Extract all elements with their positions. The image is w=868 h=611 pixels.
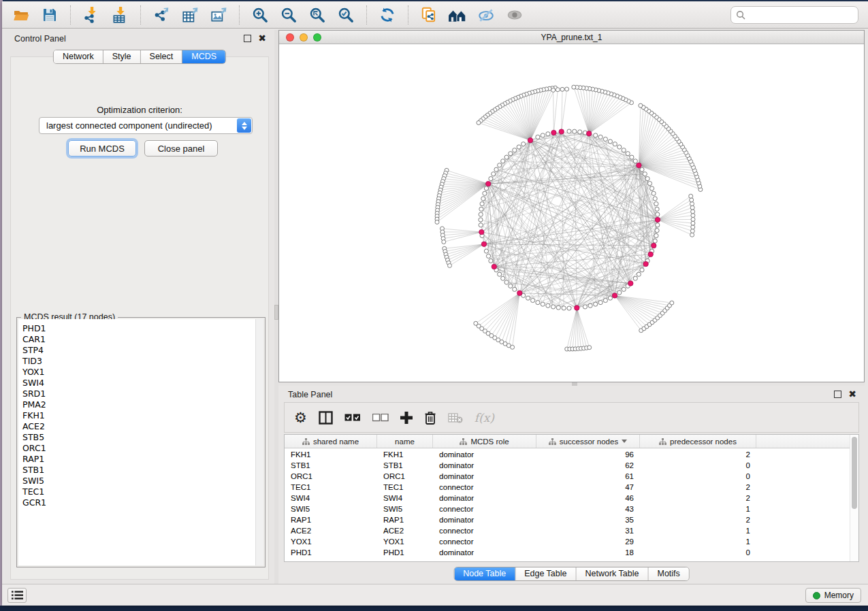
scrollbar-thumb[interactable] [852,437,857,509]
graph-node[interactable] [562,306,566,310]
tab-node-table[interactable]: Node Table [454,567,515,580]
memory-button[interactable]: Memory [805,588,861,603]
graph-hub-node[interactable] [648,252,653,257]
graph-node[interactable] [551,305,556,309]
column-header-name[interactable]: name [377,435,433,448]
graph-hub-node[interactable] [479,229,484,234]
graph-node[interactable] [492,172,496,176]
column-header-successor-nodes[interactable]: successor nodes [536,435,640,448]
graph-leaf-node[interactable] [670,301,674,305]
graph-leaf-node[interactable] [691,214,695,218]
result-list-item[interactable]: PHD1 [22,323,255,334]
graph-node[interactable] [654,233,658,237]
graph-hub-node[interactable] [655,217,660,222]
graph-node[interactable] [498,272,502,276]
graph-node[interactable] [617,145,622,149]
graph-leaf-node[interactable] [551,88,556,92]
graph-node[interactable] [479,218,483,222]
search-input[interactable] [749,10,851,20]
network-canvas[interactable] [279,44,864,382]
minimize-window-icon[interactable] [300,33,308,42]
network-graph[interactable] [279,44,864,382]
graph-hub-node[interactable] [559,129,564,134]
result-list-item[interactable]: SRD1 [22,389,255,399]
graph-leaf-node[interactable] [690,205,694,210]
graph-node[interactable] [479,223,483,227]
search-box[interactable] [730,6,858,24]
export-table-button[interactable] [178,4,202,26]
result-list-item[interactable]: STB5 [22,432,255,443]
graph-hub-node[interactable] [587,131,592,136]
graph-node[interactable] [603,298,607,302]
graph-node[interactable] [546,303,550,308]
graph-leaf-node[interactable] [691,210,695,214]
graph-node[interactable] [650,186,654,191]
graph-node[interactable] [622,287,626,291]
close-panel-button[interactable]: Close panel [144,140,218,156]
add-column-button[interactable] [400,412,413,424]
graph-node[interactable] [479,212,483,216]
graph-node[interactable] [583,305,587,309]
function-builder-button[interactable]: f(x) [475,411,494,425]
table-row[interactable]: TEC1TEC1connector472 [285,482,850,493]
result-list-item[interactable]: GCR1 [22,497,255,508]
graph-node[interactable] [556,306,560,310]
graph-hub-node[interactable] [528,138,532,143]
show-columns-button[interactable] [319,411,333,425]
graph-leaf-node[interactable] [511,345,515,349]
graph-node[interactable] [633,276,637,280]
graph-node[interactable] [578,130,582,134]
graph-leaf-node[interactable] [690,202,694,206]
select-all-columns-button[interactable] [344,414,361,422]
graph-node[interactable] [655,229,659,233]
graph-leaf-node[interactable] [435,220,439,224]
criterion-dropdown[interactable]: largest connected component (undirected) [39,117,253,134]
graph-leaf-node[interactable] [442,240,446,244]
graph-node[interactable] [637,272,641,276]
run-mcds-button[interactable]: Run MCDS [68,140,136,156]
graph-node[interactable] [588,303,592,308]
graph-node[interactable] [504,280,509,284]
graph-leaf-node[interactable] [689,194,693,198]
graph-node[interactable] [541,302,545,306]
export-image-button[interactable] [206,4,231,26]
graph-node[interactable] [483,191,487,195]
graph-node[interactable] [489,259,493,263]
graph-node[interactable] [640,268,644,272]
tab-motifs[interactable]: Motifs [648,567,688,580]
graph-node[interactable] [655,207,659,211]
table-row[interactable]: STB1STB1dominator620 [285,460,850,471]
graph-node[interactable] [479,207,483,211]
graph-node[interactable] [567,129,571,133]
table-row[interactable]: ACE2ACE2connector311 [285,525,850,536]
table-row[interactable]: ORC1ORC1dominator610 [285,471,850,482]
graph-node[interactable] [501,276,505,280]
table-row[interactable]: PHD1PHD1dominator180 [285,547,850,558]
result-list-item[interactable]: SWI4 [22,378,255,389]
close-window-icon[interactable] [286,33,294,42]
graph-node[interactable] [573,129,577,133]
zoom-selected-button[interactable] [334,4,358,26]
graph-hub-node[interactable] [551,130,556,135]
graph-node[interactable] [626,152,630,156]
graph-node[interactable] [536,135,540,139]
graph-leaf-node[interactable] [691,217,695,221]
graph-node[interactable] [531,298,535,302]
graph-node[interactable] [622,148,626,152]
graph-hub-node[interactable] [492,264,496,269]
graph-node[interactable] [603,137,607,141]
table-row[interactable]: FKH1FKH1dominator962 [285,449,850,460]
result-list-item[interactable]: CAR1 [22,334,255,345]
graph-node[interactable] [526,296,530,300]
graph-hub-node[interactable] [643,261,648,266]
refresh-button[interactable] [375,4,400,26]
graph-node[interactable] [484,186,488,191]
unselect-all-columns-button[interactable] [372,414,389,422]
table-options-button[interactable]: ⚙ [294,411,307,425]
delete-column-button[interactable] [424,411,436,425]
graph-node[interactable] [501,159,505,163]
column-header-predecessor-nodes[interactable]: predecessor nodes [640,435,756,448]
delete-table-button[interactable] [448,412,463,423]
graph-leaf-node[interactable] [448,263,452,267]
result-list-item[interactable]: TID3 [22,356,255,367]
